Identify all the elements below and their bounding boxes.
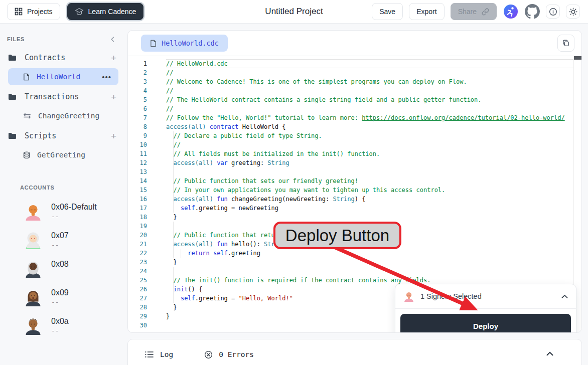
code-link[interactable]: https://docs.onflow.org/cadence/tutorial… <box>362 114 565 121</box>
line-number: 22 <box>128 249 147 258</box>
indent-guide <box>173 285 174 294</box>
transaction-icon <box>23 113 31 119</box>
line-number: 18 <box>128 213 147 222</box>
code-line-content[interactable]: // All fields must be initialized in the… <box>166 149 574 158</box>
line-number: 24 <box>128 267 147 276</box>
save-button[interactable]: Save <box>372 3 403 20</box>
indent-guide <box>173 294 174 303</box>
signers-header[interactable]: 1 Signers Selected <box>395 284 576 309</box>
code-line-content[interactable]: // The HelloWorld contract contains a si… <box>166 95 574 104</box>
learn-cadence-button[interactable]: Learn Cadence <box>67 3 144 20</box>
chevron-up-icon[interactable] <box>561 294 568 299</box>
line-number: 23 <box>128 258 147 267</box>
contract-icon <box>23 73 30 81</box>
code-line-content[interactable]: // Declare a public field of type String… <box>166 131 574 140</box>
code-line-content[interactable]: // HelloWorld.cdc <box>166 59 574 68</box>
code-line-content[interactable] <box>166 267 574 276</box>
list-icon <box>145 350 154 358</box>
link-icon <box>482 8 489 16</box>
account-balance: -- <box>51 327 69 334</box>
code-line-content[interactable]: access(all) fun changeGreeting(newGreeti… <box>166 195 574 204</box>
chevron-up-icon[interactable] <box>546 351 553 356</box>
code-line-content[interactable]: // <box>166 68 574 77</box>
code-line-23: 23 } <box>128 258 574 267</box>
folder-scripts[interactable]: Scripts + <box>8 128 118 143</box>
collapse-sidebar-icon[interactable] <box>110 37 115 42</box>
line-number: 9 <box>128 131 147 140</box>
code-line-content[interactable]: // Welcome to Cadence! This is one of th… <box>166 77 574 86</box>
code-line-content[interactable]: } <box>166 213 574 222</box>
code-line-content[interactable]: } <box>166 258 574 267</box>
flow-runner-button[interactable] <box>503 4 518 20</box>
code-line-content[interactable]: // <box>166 104 574 113</box>
github-button[interactable] <box>524 4 540 20</box>
indent-guide <box>173 231 174 240</box>
code-line-content[interactable]: // <box>166 140 574 149</box>
code-line-content[interactable]: self.greeting = newGreeting <box>166 204 574 213</box>
deploy-button[interactable]: Deploy <box>400 314 571 333</box>
file-item-getgreeting[interactable]: GetGreeting <box>8 146 118 163</box>
share-label: Share <box>458 8 477 16</box>
account-item-0x07[interactable]: 0x07 -- <box>24 228 126 252</box>
grid-icon <box>15 8 23 16</box>
copy-icon <box>562 39 570 47</box>
line-number: 15 <box>128 186 147 195</box>
code-line-content[interactable]: // Public function that sets our friendl… <box>166 176 574 186</box>
code-line-content[interactable]: access(all) var greeting: String <box>166 158 574 167</box>
code-line-21: 21 access(all) fun hello(): String { <box>128 240 574 249</box>
info-icon <box>549 8 557 16</box>
code-line-content[interactable] <box>166 222 574 231</box>
indent-guide <box>173 195 174 204</box>
code-line-content[interactable]: access(all) fun hello(): String { <box>166 240 574 249</box>
folder-transactions[interactable]: Transactions + <box>8 89 118 104</box>
tab-helloworld-cdc[interactable]: HelloWorld.cdc <box>141 35 228 52</box>
flow-runner-icon <box>503 4 518 19</box>
line-number: 28 <box>128 303 147 312</box>
add-file-button[interactable]: + <box>109 92 118 102</box>
add-file-button[interactable]: + <box>109 131 118 141</box>
code-line-content[interactable]: // <box>166 86 574 95</box>
folder-label: Scripts <box>25 131 56 140</box>
line-number: 26 <box>128 285 147 294</box>
line-number: 16 <box>128 195 147 204</box>
code-line-content[interactable]: access(all) contract HelloWorld { <box>166 122 574 131</box>
code-line-content[interactable]: // Public function that returns our frie… <box>166 231 574 240</box>
account-item-0x0a[interactable]: 0x0a -- <box>24 314 126 337</box>
code-line-content[interactable]: // In your own applications you may want… <box>166 186 574 195</box>
account-item-0x06-default[interactable]: 0x06-Default -- <box>24 200 126 223</box>
line-number: 7 <box>128 113 147 122</box>
copy-code-button[interactable] <box>557 35 574 52</box>
line-number: 30 <box>128 321 147 330</box>
code-line-8: 8access(all) contract HelloWorld { <box>128 122 574 131</box>
file-menu-button[interactable]: ••• <box>102 73 111 81</box>
log-toggle[interactable]: Log <box>145 350 173 358</box>
learn-cadence-label: Learn Cadence <box>88 8 136 16</box>
share-button[interactable]: Share <box>451 3 497 20</box>
code-line-22: 22 return self.greeting <box>128 249 574 258</box>
indent-guide <box>173 276 174 285</box>
code-line-content[interactable]: return self.greeting <box>166 249 574 258</box>
account-item-0x08[interactable]: 0x08 -- <box>24 257 126 280</box>
account-address: 0x06-Default <box>51 203 97 212</box>
folder-contracts[interactable]: Contracts + <box>8 50 118 65</box>
code-line-2: 2// <box>128 68 574 77</box>
export-button[interactable]: Export <box>409 3 444 20</box>
indent-guide <box>173 176 174 186</box>
line-number: 20 <box>128 231 147 240</box>
code-line-1: 1// HelloWorld.cdc <box>128 59 574 68</box>
indent-guide <box>173 186 174 195</box>
file-item-helloworld[interactable]: HelloWorld••• <box>8 68 118 85</box>
file-item-changegreeting[interactable]: ChangeGreeting <box>8 107 118 124</box>
account-item-0x09[interactable]: 0x09 -- <box>24 285 126 309</box>
add-file-button[interactable]: + <box>109 53 118 63</box>
graduation-cap-icon <box>75 8 84 16</box>
projects-button[interactable]: Projects <box>7 3 60 20</box>
theme-toggle-button[interactable] <box>566 5 580 19</box>
scrollbar-thumb[interactable] <box>574 56 581 60</box>
signers-label: 1 Signers Selected <box>420 292 482 300</box>
top-bar: Projects Learn Cadence Untitled Project … <box>0 0 588 24</box>
info-button[interactable] <box>546 5 560 19</box>
code-line-content[interactable] <box>166 167 574 176</box>
account-avatar <box>24 203 42 221</box>
code-line-content[interactable]: // Follow the "Hello, World!" tutorial t… <box>166 113 574 122</box>
